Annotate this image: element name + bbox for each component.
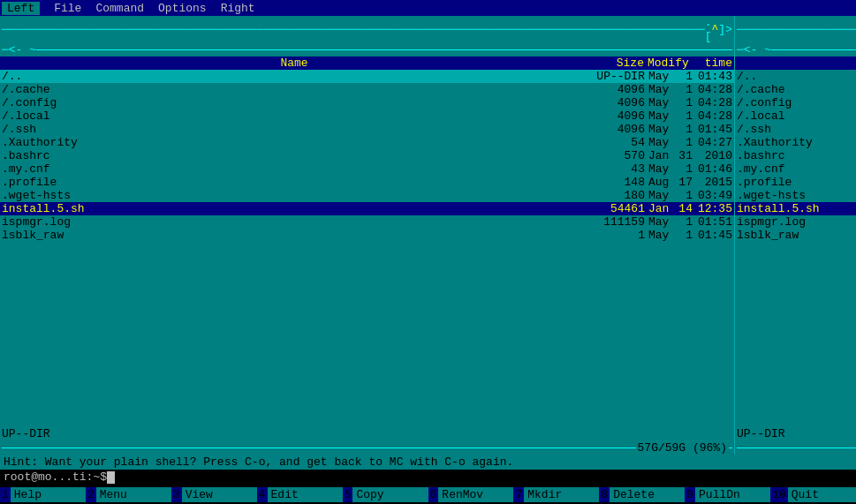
left-header-time: time xyxy=(693,56,732,70)
left-file-size-12: 1 xyxy=(587,229,645,242)
left-panel-title: ^ xyxy=(712,23,719,37)
right-file-name-2: /.config xyxy=(737,96,856,109)
left-file-name-9: .wget-hsts xyxy=(2,189,587,202)
btn-edit[interactable]: 4 Edit xyxy=(257,485,343,504)
left-file-day-4: 1 xyxy=(677,123,693,136)
right-file-row-7[interactable]: .my.cnf 43 May 1 01:46 xyxy=(735,162,856,176)
left-file-time-12: 01:45 xyxy=(693,229,732,242)
left-file-row-9[interactable]: .wget-hsts 180 May 1 03:49 xyxy=(0,189,734,202)
left-file-row-7[interactable]: .my.cnf 43 May 1 01:46 xyxy=(0,162,734,176)
left-file-row-2[interactable]: /.config 4096 May 1 04:28 xyxy=(0,96,734,109)
btn-num-3: 3 xyxy=(171,487,182,502)
menu-item-file[interactable]: File xyxy=(47,2,88,15)
left-path-text: <- ~ xyxy=(9,43,36,56)
right-file-row-1[interactable]: /.cache 4096 May 1 04:28 xyxy=(735,83,856,96)
left-file-name-10: install.5.sh xyxy=(2,202,587,215)
btn-renmov[interactable]: 6 RenMov xyxy=(428,485,514,504)
right-file-row-11[interactable]: ispmgr.log 111159 May 1 01:51 xyxy=(735,215,856,229)
left-file-month-0: May xyxy=(645,70,677,83)
left-file-size-11: 111159 xyxy=(587,215,645,229)
left-file-row-5[interactable]: .Xauthority 54 May 1 04:27 xyxy=(0,136,734,149)
btn-view[interactable]: 3 View xyxy=(171,485,257,504)
btn-num-1: 1 xyxy=(0,487,11,502)
right-file-name-10: install.5.sh xyxy=(737,202,856,215)
btn-label-copy: Copy xyxy=(352,487,428,502)
right-border-left: ────────────────────────────────────────… xyxy=(737,23,856,37)
btn-menu[interactable]: 2 Menu xyxy=(86,485,171,504)
right-file-row-10[interactable]: install.5.sh 54461 Jan 14 12:35 xyxy=(735,202,856,215)
left-file-day-6: 31 xyxy=(677,149,693,162)
left-file-size-2: 4096 xyxy=(587,96,645,109)
btn-quit[interactable]: 10 Quit xyxy=(770,485,856,504)
left-file-row-11[interactable]: ispmgr.log 111159 May 1 01:51 xyxy=(0,215,734,229)
btn-label-menu: Menu xyxy=(96,487,171,502)
right-file-row-9[interactable]: .wget-hsts 180 May 1 03:49 xyxy=(735,189,856,202)
right-file-row-5[interactable]: .Xauthority 54 May 1 04:27 xyxy=(735,136,856,149)
left-file-size-7: 43 xyxy=(587,162,645,176)
btn-label-delete: Delete xyxy=(610,487,685,502)
left-file-size-5: 54 xyxy=(587,136,645,149)
left-file-row-6[interactable]: .bashrc 570 Jan 31 2010 xyxy=(0,149,734,162)
btn-num-5: 5 xyxy=(343,487,353,502)
left-file-month-12: May xyxy=(645,229,677,242)
btn-mkdir[interactable]: 7 Mkdir xyxy=(513,485,599,504)
right-file-name-5: .Xauthority xyxy=(737,136,856,149)
right-file-row-6[interactable]: .bashrc 570 Jan 31 2010 xyxy=(735,149,856,162)
left-panel-path: ─ <- ~ xyxy=(0,43,734,56)
left-file-name-5: .Xauthority xyxy=(2,136,587,149)
left-file-row-10[interactable]: install.5.sh 54461 Jan 14 12:35 xyxy=(0,202,734,215)
right-panel-top-border: ────────────────────────────────────────… xyxy=(735,16,856,43)
left-file-row-8[interactable]: .profile 148 Aug 17 2015 xyxy=(0,176,734,189)
left-file-month-2: May xyxy=(645,96,677,109)
btn-num-6: 6 xyxy=(428,487,439,502)
left-file-row-1[interactable]: /.cache 4096 May 1 04:28 xyxy=(0,83,734,96)
left-file-size-10: 54461 xyxy=(587,202,645,215)
right-file-row-2[interactable]: /.config 4096 May 1 04:28 xyxy=(735,96,856,109)
right-file-row-3[interactable]: /.local 4096 May 1 04:28 xyxy=(735,109,856,123)
right-file-name-11: ispmgr.log xyxy=(737,215,856,229)
top-menu: Left File Command Options Right xyxy=(0,0,856,16)
left-file-row-12[interactable]: lsblk_raw 1 May 1 01:45 xyxy=(0,229,734,242)
left-file-month-1: May xyxy=(645,83,677,96)
btn-label-mkdir: Mkdir xyxy=(524,487,599,502)
btn-delete[interactable]: 8 Delete xyxy=(599,485,685,504)
menu-item-options[interactable]: Options xyxy=(151,2,214,15)
left-file-month-9: May xyxy=(645,189,677,202)
left-file-month-5: May xyxy=(645,136,677,149)
left-file-day-8: 17 xyxy=(677,176,693,189)
left-file-row-0[interactable]: /.. UP--DIR May 1 01:43 xyxy=(0,70,734,83)
btn-label-view: View xyxy=(182,487,257,502)
btn-pulldn[interactable]: 9 PullDn xyxy=(685,485,770,504)
menu-item-right[interactable]: Right xyxy=(214,2,262,15)
left-file-size-8: 148 xyxy=(587,176,645,189)
left-file-name-3: /.local xyxy=(2,109,587,123)
app-window: Left File Command Options Right ────────… xyxy=(0,0,856,504)
right-panel-footer-border: 57G/59G (96%) xyxy=(735,441,856,455)
left-file-day-10: 14 xyxy=(677,202,693,215)
right-file-name-7: .my.cnf xyxy=(737,162,856,176)
right-file-row-8[interactable]: .profile 148 Aug 17 2015 xyxy=(735,176,856,189)
left-file-time-11: 01:51 xyxy=(693,215,732,229)
right-file-row-0[interactable]: /.. UP--DIR May 1 01:43 xyxy=(735,70,856,83)
btn-num-4: 4 xyxy=(257,487,268,502)
left-file-month-3: May xyxy=(645,109,677,123)
left-file-time-1: 04:28 xyxy=(693,83,732,96)
left-file-month-11: May xyxy=(645,215,677,229)
left-file-row-4[interactable]: /.ssh 4096 May 1 01:45 xyxy=(0,123,734,136)
menu-item-command[interactable]: Command xyxy=(88,2,151,15)
left-panel-footer-border: 57G/59G (96%) xyxy=(0,441,734,455)
left-file-name-4: /.ssh xyxy=(2,123,587,136)
cmd-line[interactable]: root@mo...ti:~$ xyxy=(0,470,856,485)
right-file-row-12[interactable]: lsblk_raw 1 May 1 01:45 xyxy=(735,229,856,242)
btn-copy[interactable]: 5 Copy xyxy=(343,485,428,504)
menu-item-left[interactable]: Left xyxy=(2,2,40,15)
left-file-time-9: 03:49 xyxy=(693,189,732,202)
left-file-month-7: May xyxy=(645,162,677,176)
right-file-row-4[interactable]: /.ssh 4096 May 1 01:45 xyxy=(735,123,856,136)
left-file-row-3[interactable]: /.local 4096 May 1 04:28 xyxy=(0,109,734,123)
left-file-day-2: 1 xyxy=(677,96,693,109)
left-file-time-2: 04:28 xyxy=(693,96,732,109)
right-header-name: Name xyxy=(737,56,856,70)
btn-help[interactable]: 1 Help xyxy=(0,485,86,504)
left-path-border-right xyxy=(36,49,732,50)
